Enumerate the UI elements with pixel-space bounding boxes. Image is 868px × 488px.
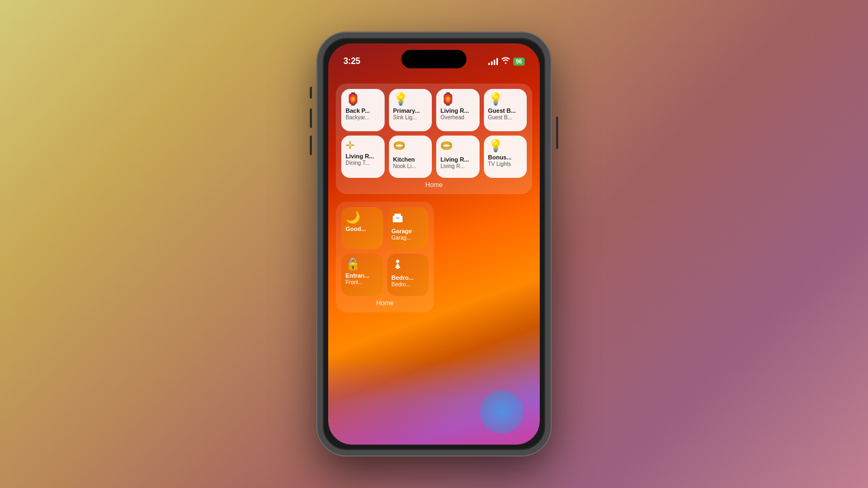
wifi-icon — [501, 56, 510, 66]
signal-bar-1 — [488, 63, 490, 65]
app-tile-bedroom[interactable]: Bedro... Bedro... — [387, 254, 429, 296]
app-title-living-dining: Living R... — [346, 153, 380, 160]
ring-icon-living-room — [441, 140, 452, 154]
app-title-living-room: Living R... — [441, 156, 475, 163]
lamp-icon-guest-bedroom: 💡 — [488, 93, 503, 105]
app-title-bedroom: Bedro... — [392, 274, 425, 281]
signal-bar-4 — [496, 58, 498, 65]
app-title-bonus-tv: Bonus... — [488, 154, 523, 161]
status-right: 96 — [488, 56, 525, 66]
moon-icon-goodnight: 🌙 — [346, 211, 360, 223]
signal-bars — [488, 57, 498, 65]
volume-down-button[interactable] — [310, 136, 312, 155]
lamp-icon-bonus-tv: 💡 — [488, 140, 503, 152]
app-title-primary-sink: Primary... — [393, 107, 428, 114]
widget-group-1: 🏮 Back P... Backyar... 💡 Primary... Sink… — [336, 84, 532, 194]
app-title-garage: Garage — [392, 228, 425, 235]
app-subtitle-living-dining: Dining T... — [346, 160, 380, 166]
lamp-icon-back-porch: 🏮 — [346, 93, 360, 105]
app-title-goodnight: Good... — [346, 226, 379, 233]
svg-rect-6 — [396, 217, 399, 219]
ring-icon-kitchen-nook — [393, 140, 405, 154]
app-tile-kitchen-nook[interactable]: Kitchen Nook Li... — [389, 136, 432, 178]
app-tile-bonus-tv[interactable]: 💡 Bonus... TV Lights — [484, 136, 527, 178]
status-time: 3:25 — [343, 56, 360, 66]
app-tile-living-room[interactable]: Living R... Living R... — [436, 136, 480, 178]
widget-group-1-label: Home — [341, 181, 527, 189]
volume-up-button[interactable] — [310, 108, 312, 128]
mute-switch[interactable] — [310, 87, 312, 99]
lamp-icon-bedroom — [392, 258, 404, 272]
widget-group-2: 🌙 Good... — [336, 202, 434, 312]
app-subtitle-bonus-tv: TV Lights — [488, 161, 523, 168]
app-title-entrance: Entran... — [346, 272, 379, 279]
phone-wrapper: 3:25 96 — [317, 33, 551, 455]
app-subtitle-back-porch: Backyar... — [346, 114, 380, 121]
app-tile-goodnight[interactable]: 🌙 Good... — [341, 207, 383, 249]
app-grid-1: 🏮 Back P... Backyar... 💡 Primary... Sink… — [341, 89, 527, 178]
app-title-kitchen-nook: Kitchen — [393, 156, 428, 163]
signal-bar-3 — [494, 60, 495, 65]
bottom-circle — [480, 390, 524, 434]
garage-icon — [392, 211, 404, 226]
lamp-icon-primary-sink: 💡 — [393, 93, 408, 105]
signal-bar-2 — [491, 61, 493, 65]
app-subtitle-living-room: Living R... — [441, 163, 475, 170]
svg-point-7 — [396, 260, 399, 263]
app-tile-garage[interactable]: Garage Garag... — [387, 207, 429, 249]
app-tile-primary-sink[interactable]: 💡 Primary... Sink Lig... — [389, 89, 432, 131]
app-subtitle-garage: Garag... — [392, 235, 425, 241]
crosshair-icon-living-dining: ✛ — [346, 140, 355, 151]
app-subtitle-bedroom: Bedro... — [392, 281, 425, 288]
app-tile-entrance[interactable]: 🔒 Entran... Front... — [341, 254, 383, 296]
widget-group-2-label: Home — [341, 299, 429, 307]
dynamic-island — [401, 50, 467, 68]
phone-frame: 3:25 96 — [317, 33, 551, 455]
app-subtitle-guest-bedroom: Guest B... — [488, 114, 523, 121]
app-title-guest-bedroom: Guest B... — [488, 107, 523, 114]
app-tile-guest-bedroom[interactable]: 💡 Guest B... Guest B... — [484, 89, 527, 131]
app-grid-2: 🌙 Good... — [341, 207, 429, 296]
svg-rect-5 — [394, 214, 401, 216]
lamp-icon-living-overhead: 🏮 — [441, 93, 455, 105]
app-tile-living-overhead[interactable]: 🏮 Living R... Overhead — [436, 89, 480, 131]
power-button[interactable] — [556, 117, 558, 149]
app-title-back-porch: Back P... — [346, 107, 380, 114]
app-subtitle-kitchen-nook: Nook Li... — [393, 163, 428, 170]
app-subtitle-primary-sink: Sink Lig... — [393, 114, 428, 121]
app-subtitle-living-overhead: Overhead — [441, 114, 475, 121]
app-tile-living-dining[interactable]: ✛ Living R... Dining T... — [341, 136, 385, 178]
app-tile-back-porch[interactable]: 🏮 Back P... Backyar... — [341, 89, 385, 131]
svg-rect-8 — [397, 268, 399, 269]
phone-screen: 3:25 96 — [328, 43, 540, 445]
battery-level: 96 — [513, 57, 525, 66]
app-title-living-overhead: Living R... — [441, 107, 475, 114]
lock-icon-entrance: 🔒 — [346, 258, 360, 270]
app-subtitle-entrance: Front... — [346, 279, 379, 286]
